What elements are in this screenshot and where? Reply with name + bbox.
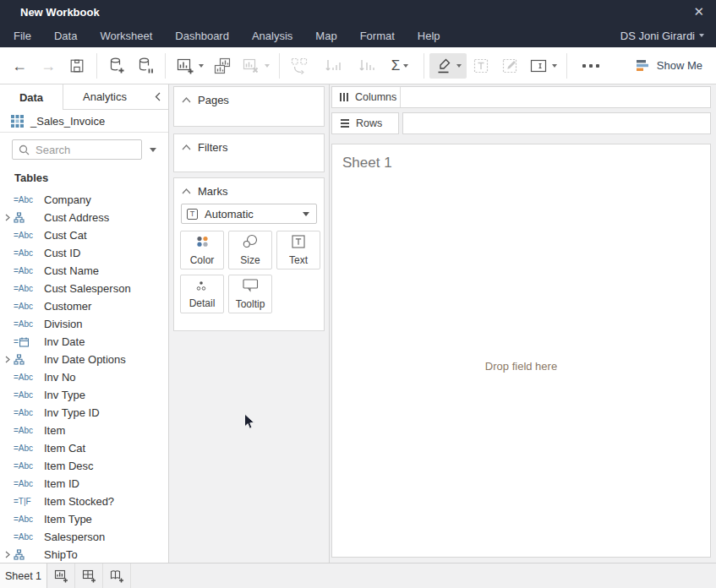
sheet-canvas[interactable]: Sheet 1 Drop field here <box>331 144 711 558</box>
collapse-chevron-icon[interactable] <box>182 97 191 103</box>
field-item-cat[interactable]: =AbcItem Cat <box>0 439 168 457</box>
field-item[interactable]: =AbcItem <box>0 422 168 439</box>
mark-type-icon: T <box>187 209 198 220</box>
expand-arrow-icon[interactable] <box>5 356 14 363</box>
sort-ascending-button[interactable] <box>319 53 347 79</box>
calc-string-icon: =Abc <box>14 302 37 311</box>
color-button[interactable]: Color <box>180 231 224 270</box>
field-customer[interactable]: =AbcCustomer <box>0 297 168 315</box>
field-item-desc[interactable]: =AbcItem Desc <box>0 457 168 475</box>
menu-item-dashboard[interactable]: Dashboard <box>175 30 229 42</box>
rows-shelf[interactable] <box>402 112 711 134</box>
collapse-pane-button[interactable] <box>146 84 168 109</box>
field-cust-name[interactable]: =AbcCust Name <box>0 262 168 280</box>
datasource-add-icon <box>107 57 126 75</box>
menu-item-data[interactable]: Data <box>54 30 77 42</box>
text-button[interactable]: Text <box>276 231 320 270</box>
expand-arrow-icon[interactable] <box>5 214 14 221</box>
mark-button-label: Color <box>190 254 215 266</box>
sort-descending-button[interactable] <box>353 53 381 79</box>
search-options-caret-icon[interactable] <box>150 148 156 152</box>
sheet-title: Sheet 1 <box>342 155 392 172</box>
redo-button[interactable]: → <box>34 53 63 79</box>
totals-button[interactable]: Σ <box>381 53 418 79</box>
more-options-button[interactable] <box>572 53 609 79</box>
columns-icon <box>340 92 349 102</box>
field-label: Item ID <box>44 477 79 490</box>
field-inv-date[interactable]: =Inv Date <box>0 333 168 351</box>
data-pane: Data Analytics _Sales_Invoice Tables =Ab… <box>0 84 169 563</box>
filters-card: Filters <box>173 133 325 172</box>
detail-button[interactable]: Detail <box>180 275 224 313</box>
field-salesperson[interactable]: =AbcSalesperson <box>0 528 168 546</box>
field-cust-id[interactable]: =AbcCust ID <box>0 244 168 262</box>
menu-item-worksheet[interactable]: Worksheet <box>100 30 152 42</box>
field-company[interactable]: =AbcCompany <box>0 191 168 209</box>
field-inv-type-id[interactable]: =AbcInv Type ID <box>0 404 168 422</box>
expand-arrow-icon[interactable] <box>5 551 14 558</box>
save-button[interactable] <box>63 53 91 79</box>
show-mark-labels-button[interactable] <box>467 53 495 79</box>
sort-descending-icon <box>358 57 376 75</box>
menu-item-file[interactable]: File <box>14 30 31 42</box>
field-inv-date-options[interactable]: Inv Date Options <box>0 351 168 368</box>
text-label-icon <box>472 57 490 75</box>
tab-sheet-1[interactable]: Sheet 1 <box>0 564 47 588</box>
field-cust-cat[interactable]: =AbcCust Cat <box>0 226 168 244</box>
field-item-id[interactable]: =AbcItem ID <box>0 475 168 493</box>
pages-card: Pages <box>173 86 325 127</box>
close-icon[interactable]: ✕ <box>693 4 704 19</box>
new-worksheet-tab-button[interactable] <box>47 564 75 588</box>
menu-item-format[interactable]: Format <box>360 30 395 42</box>
search-box[interactable] <box>12 139 142 160</box>
menu-item-map[interactable]: Map <box>315 30 336 42</box>
tab-data[interactable]: Data <box>0 84 63 110</box>
undo-button[interactable]: ← <box>5 53 34 79</box>
field-label: Cust Cat <box>44 229 87 242</box>
size-button[interactable]: Size <box>228 231 272 270</box>
highlight-button[interactable] <box>429 53 467 79</box>
calc-bool-icon: =T|F <box>14 497 37 506</box>
swap-rows-columns-button[interactable] <box>285 53 314 79</box>
clear-sheet-button[interactable] <box>237 53 274 79</box>
field-division[interactable]: =AbcDivision <box>0 315 168 333</box>
field-cust-salesperson[interactable]: =AbcCust Salesperson <box>0 280 168 297</box>
data-pane-tabs: Data Analytics <box>0 84 168 110</box>
duplicate-sheet-icon <box>212 56 232 76</box>
collapse-chevron-icon[interactable] <box>182 188 191 194</box>
pages-label: Pages <box>198 94 229 106</box>
search-input[interactable] <box>36 144 128 156</box>
columns-shelf[interactable]: Columns <box>331 86 711 108</box>
field-item-type[interactable]: =AbcItem Type <box>0 510 168 528</box>
mark-type-dropdown[interactable]: T Automatic <box>181 204 317 224</box>
tooltip-button[interactable]: Tooltip <box>228 275 272 313</box>
new-story-tab-button[interactable] <box>103 564 131 588</box>
datasource-row[interactable]: _Sales_Invoice <box>0 110 168 133</box>
new-datasource-button[interactable] <box>102 53 131 79</box>
sheet-tabs-bar: Sheet 1 <box>0 563 716 588</box>
pause-updates-button[interactable] <box>131 53 160 79</box>
field-inv-type[interactable]: =AbcInv Type <box>0 386 168 404</box>
menu-item-analysis[interactable]: Analysis <box>252 30 292 42</box>
annotate-button[interactable] <box>495 53 524 79</box>
field-cust-address[interactable]: Cust Address <box>0 209 168 226</box>
duplicate-button[interactable] <box>208 53 237 79</box>
field-item-stocked[interactable]: =T|FItem Stocked? <box>0 493 168 510</box>
new-worksheet-button[interactable] <box>171 53 208 79</box>
fit-selector-button[interactable] <box>524 53 561 79</box>
field-inv-no[interactable]: =AbcInv No <box>0 368 168 386</box>
show-me-button[interactable]: Show Me <box>636 59 702 72</box>
forward-arrow-icon: → <box>41 58 56 74</box>
field-shipto[interactable]: ShipTo <box>0 546 168 563</box>
new-dashboard-tab-button[interactable] <box>75 564 103 588</box>
swap-icon <box>289 56 309 76</box>
calc-string-icon: =Abc <box>14 514 37 524</box>
datasource-name: _Sales_Invoice <box>30 115 105 128</box>
tab-analytics[interactable]: Analytics <box>63 84 146 109</box>
account-menu[interactable]: DS Joni Girardi <box>620 30 704 42</box>
field-label: Inv Date <box>44 335 85 348</box>
field-label: Inv Type ID <box>44 406 100 419</box>
calc-string-icon: =Abc <box>14 231 37 240</box>
collapse-chevron-icon[interactable] <box>182 144 191 150</box>
menu-item-help[interactable]: Help <box>418 30 440 42</box>
